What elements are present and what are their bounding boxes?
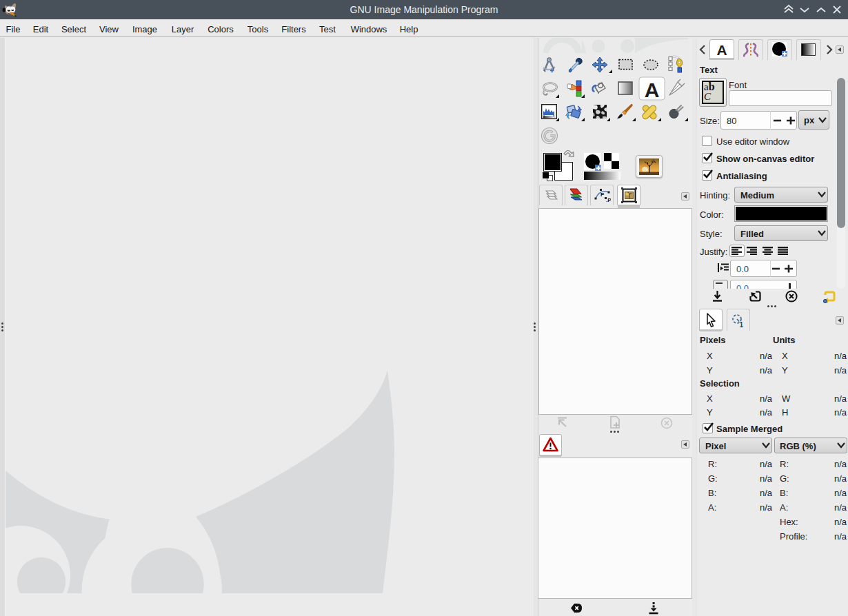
svg-text:1: 1 [740, 321, 744, 329]
svg-text:P: P [600, 192, 605, 198]
svg-text:.P: .P [606, 197, 611, 203]
svg-text:A: A [645, 79, 660, 101]
